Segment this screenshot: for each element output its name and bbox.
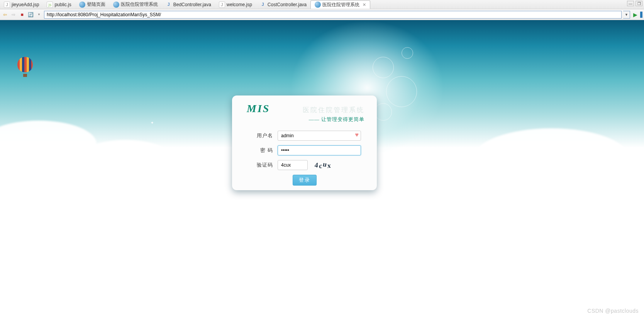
tab-label: public.js bbox=[54, 2, 71, 7]
login-button[interactable]: 登录 bbox=[293, 175, 317, 186]
system-subtitle: 让管理变得更简单 bbox=[303, 116, 364, 123]
bubble-decoration bbox=[402, 47, 413, 59]
cloud-decoration bbox=[0, 279, 166, 317]
close-icon[interactable]: ✕ bbox=[363, 2, 366, 7]
mis-logo: MIS bbox=[247, 102, 270, 115]
go-button[interactable]: ▶ bbox=[632, 11, 639, 18]
tab-bedcontroller[interactable]: J BedController.java bbox=[162, 0, 215, 9]
refresh-dropdown[interactable]: ▼ bbox=[36, 11, 42, 18]
tab-label: jieyueAdd.jsp bbox=[12, 2, 39, 7]
tab-jieyueadd[interactable]: J jieyueAdd.jsp bbox=[0, 0, 43, 9]
system-title: 医院住院管理系统 bbox=[303, 106, 364, 114]
captcha-input[interactable] bbox=[278, 160, 308, 170]
tab-label: CostController.java bbox=[268, 2, 307, 7]
tab-costcontroller[interactable]: J CostController.java bbox=[256, 0, 310, 9]
page-content: ✦ ✦ ✦ MIS 医院住院管理系统 让管理变得更简单 用户名 ♥ 密 码 验证… bbox=[0, 20, 644, 317]
js-icon: js bbox=[47, 2, 53, 8]
bubble-decoration bbox=[373, 57, 394, 78]
sparkle-icon: ✦ bbox=[37, 128, 40, 133]
username-label: 用户名 bbox=[250, 132, 273, 139]
tab-hospital-1[interactable]: 医院住院管理系统 bbox=[109, 0, 162, 9]
tab-label: 医院住院管理系统 bbox=[322, 2, 359, 8]
captcha-label: 验证码 bbox=[250, 162, 273, 169]
url-input[interactable] bbox=[44, 11, 622, 19]
refresh-button[interactable]: 🔄 bbox=[27, 11, 34, 18]
captcha-row: 验证码 4cux bbox=[242, 160, 367, 170]
globe-icon bbox=[315, 2, 321, 8]
java-icon: J bbox=[260, 2, 266, 8]
jsp-icon: J bbox=[4, 2, 10, 8]
login-panel: MIS 医院住院管理系统 让管理变得更简单 用户名 ♥ 密 码 验证码 4cux… bbox=[232, 95, 377, 190]
bubble-decoration bbox=[375, 103, 392, 121]
cloud-decoration bbox=[412, 148, 528, 194]
password-input[interactable] bbox=[278, 145, 361, 155]
url-dropdown[interactable]: ▼ bbox=[623, 11, 630, 19]
tab-label: 登陆页面 bbox=[87, 1, 105, 8]
username-input[interactable] bbox=[278, 131, 361, 141]
captcha-image[interactable]: 4cux bbox=[311, 161, 335, 169]
tab-welcome[interactable]: J welcome.jsp bbox=[215, 0, 256, 9]
tab-publicjs[interactable]: js public.js bbox=[43, 0, 75, 9]
sparkle-icon: ✦ bbox=[151, 121, 154, 125]
editor-tab-bar: J jieyueAdd.jsp js public.js 登陆页面 医院住院管理… bbox=[0, 0, 644, 9]
cloud-decoration bbox=[154, 306, 347, 317]
window-controls: — ❐ bbox=[627, 1, 642, 6]
browser-toolbar: ⇦ ⇨ ■ 🔄 ▼ ▼ ▶ bbox=[0, 9, 644, 20]
balloon-decoration bbox=[17, 57, 33, 80]
restore-button[interactable]: ❐ bbox=[636, 1, 642, 6]
cloud-decoration bbox=[77, 140, 174, 179]
menu-button[interactable] bbox=[640, 12, 642, 18]
jsp-icon: J bbox=[219, 2, 225, 8]
login-header: MIS 医院住院管理系统 让管理变得更简单 bbox=[242, 102, 367, 123]
watermark-text: CSDN @pastclouds bbox=[587, 308, 639, 314]
bubble-decoration bbox=[386, 76, 417, 107]
tab-login-page[interactable]: 登陆页面 bbox=[75, 0, 109, 9]
marker-icon: ♥ bbox=[355, 131, 359, 138]
tab-label: 医院住院管理系统 bbox=[121, 1, 158, 8]
sparkle-icon: ✦ bbox=[58, 140, 61, 144]
back-button[interactable]: ⇦ bbox=[2, 11, 8, 18]
username-row: 用户名 ♥ bbox=[242, 131, 367, 141]
java-icon: J bbox=[166, 2, 172, 8]
tab-hospital-2-active[interactable]: 医院住院管理系统 ✕ bbox=[310, 0, 370, 9]
forward-button[interactable]: ⇨ bbox=[10, 11, 17, 18]
minimize-button[interactable]: — bbox=[627, 1, 634, 6]
globe-icon bbox=[79, 2, 85, 8]
tab-label: BedController.java bbox=[173, 2, 211, 7]
tab-label: welcome.jsp bbox=[227, 2, 252, 7]
globe-icon bbox=[113, 2, 119, 8]
password-row: 密 码 bbox=[242, 145, 367, 155]
password-label: 密 码 bbox=[250, 147, 273, 154]
stop-button[interactable]: ■ bbox=[19, 11, 25, 18]
